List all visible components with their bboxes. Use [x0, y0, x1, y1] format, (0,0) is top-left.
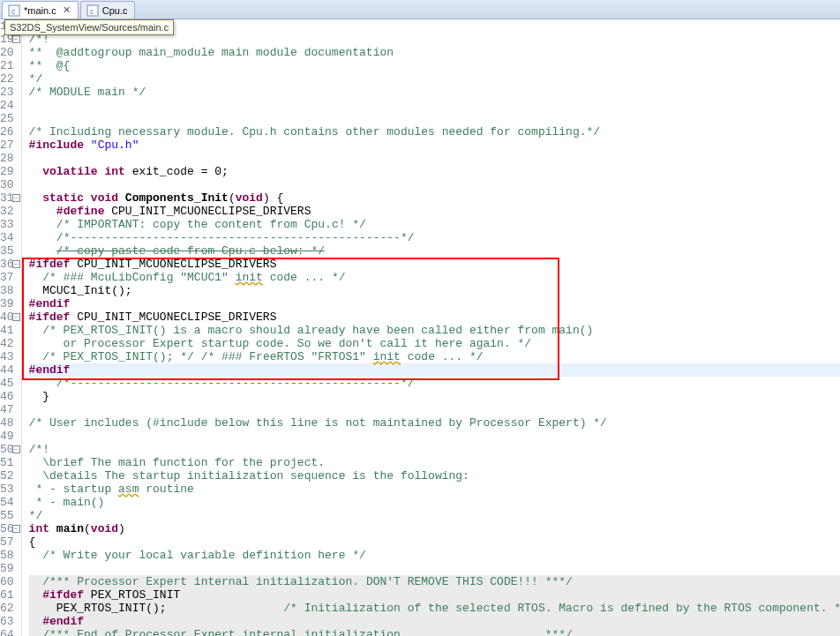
code-line[interactable]: #ifdef CPU_INIT_MCUONECLIPSE_DRIVERS [29, 311, 840, 324]
code-line[interactable]: \details The startup initialization sequ… [29, 469, 840, 483]
line-number: 37 [0, 271, 14, 284]
line-number: 32 [0, 205, 14, 218]
fold-toggle[interactable]: − [12, 445, 20, 453]
code-line[interactable]: ** @{ [29, 59, 840, 72]
code-line[interactable]: #ifdef PEX_RTOS_INIT [29, 588, 840, 602]
line-number: 62 [0, 602, 14, 615]
code-line[interactable]: PEX_RTOS_INIT(); /* Initialization of th… [29, 602, 840, 615]
code-line[interactable] [29, 99, 840, 112]
code-line[interactable]: #endif [29, 297, 840, 311]
code-line[interactable]: /* User includes (#include below this li… [29, 416, 840, 430]
code-line[interactable]: \brief The main function for the project… [29, 456, 840, 469]
line-number: 21 [0, 59, 14, 72]
code-line[interactable]: /*--------------------------------------… [29, 231, 840, 244]
code-line[interactable]: /* copy-paste code from Cpu.c below: */ [29, 244, 840, 258]
code-line[interactable]: /* IMPORTANT: copy the content from Cpu.… [29, 218, 840, 231]
line-number: 47 [0, 403, 14, 416]
fold-toggle[interactable]: − [12, 525, 20, 533]
code-line[interactable]: #endif [29, 363, 840, 377]
code-line[interactable]: /* Including necessary module. Cpu.h con… [29, 125, 840, 138]
tab-cpu-c[interactable]: c Cpu.c [80, 1, 136, 19]
code-line[interactable]: #ifdef CPU_INIT_MCUONECLIPSE_DRIVERS [29, 258, 840, 271]
line-number: 39 [0, 297, 14, 311]
code-line[interactable] [29, 562, 840, 575]
line-number: 26 [0, 125, 14, 138]
line-number-gutter: 18−19−202122232425262728293031−323334353… [0, 19, 22, 636]
line-number: 42 [0, 337, 14, 350]
file-path-tooltip: S32DS_SystemView/Sources/main.c [4, 19, 174, 35]
code-line[interactable]: */ [29, 72, 840, 86]
code-line[interactable]: /* MODULE main */ [29, 86, 840, 99]
line-number: 51 [0, 456, 14, 469]
code-line[interactable]: /* PEX_RTOS_INIT() is a macro should alr… [29, 324, 840, 337]
tab-label: *main.c [24, 5, 56, 16]
code-area[interactable]: *//*!** @addtogroup main_module main mod… [22, 19, 840, 636]
code-line[interactable] [29, 152, 840, 165]
line-number: 63 [0, 615, 14, 628]
code-line[interactable] [29, 403, 840, 416]
line-number: 40− [0, 311, 14, 324]
tab-main-c[interactable]: c *main.c ✕ [2, 1, 79, 19]
line-number: 41 [0, 324, 14, 337]
line-number: 50− [0, 443, 14, 456]
line-number: 23 [0, 86, 14, 99]
code-line[interactable]: } [29, 390, 840, 403]
line-number: 22 [0, 72, 14, 86]
code-line[interactable]: static void Components_Init(void) { [29, 191, 840, 205]
close-icon[interactable]: ✕ [63, 4, 71, 16]
line-number: 20 [0, 46, 14, 59]
fold-toggle[interactable]: − [12, 35, 20, 43]
code-line[interactable]: * - startup asm routine [29, 483, 840, 496]
code-line[interactable]: /*--------------------------------------… [29, 377, 840, 390]
line-number: 25 [0, 112, 14, 125]
line-number: 35 [0, 244, 14, 258]
code-line[interactable]: /*** Processor Expert internal initializ… [29, 575, 840, 588]
line-number: 34 [0, 231, 14, 244]
line-number: 43 [0, 350, 14, 363]
code-line[interactable] [29, 430, 840, 443]
line-number: 53 [0, 483, 14, 496]
code-line[interactable]: /*! [29, 443, 840, 456]
line-number: 57 [0, 535, 14, 549]
code-line[interactable]: #include "Cpu.h" [29, 138, 840, 152]
code-line[interactable]: * - main() [29, 496, 840, 509]
line-number: 31− [0, 191, 14, 205]
line-number: 48 [0, 416, 14, 430]
fold-toggle[interactable]: − [12, 260, 20, 268]
code-line[interactable] [29, 178, 840, 191]
line-number: 29 [0, 165, 14, 178]
code-line[interactable] [29, 112, 840, 125]
code-line[interactable]: /*** End of Processor Expert internal in… [29, 628, 840, 636]
code-line[interactable]: #endif [29, 615, 840, 628]
code-line[interactable]: #define CPU_INIT_MCUONECLIPSE_DRIVERS [29, 205, 840, 218]
line-number: 27 [0, 138, 14, 152]
line-number: 58 [0, 549, 14, 562]
line-number: 24 [0, 99, 14, 112]
line-number: 61 [0, 588, 14, 602]
line-number: 33 [0, 218, 14, 231]
code-line[interactable]: /* ### McuLibConfig "MCUC1" init code ..… [29, 271, 840, 284]
line-number: 64 [0, 628, 14, 636]
fold-toggle[interactable]: − [12, 194, 20, 202]
code-line[interactable]: volatile int exit_code = 0; [29, 165, 840, 178]
line-number: 54 [0, 496, 14, 509]
line-number: 60 [0, 575, 14, 588]
fold-toggle[interactable]: − [12, 313, 20, 321]
line-number: 38 [0, 284, 14, 297]
tab-label: Cpu.c [102, 5, 128, 16]
code-editor[interactable]: 18−19−202122232425262728293031−323334353… [0, 19, 840, 636]
code-line[interactable]: { [29, 535, 840, 549]
line-number: 28 [0, 152, 14, 165]
line-number: 49 [0, 430, 14, 443]
code-line[interactable]: int main(void) [29, 522, 840, 535]
c-file-icon: c [8, 4, 20, 17]
code-line[interactable]: ** @addtogroup main_module main module d… [29, 46, 840, 59]
svg-text:c: c [11, 7, 16, 16]
line-number: 46 [0, 390, 14, 403]
code-line[interactable]: */ [29, 509, 840, 522]
code-line[interactable]: MCUC1_Init(); [29, 284, 840, 297]
editor-tab-bar: c *main.c ✕ c Cpu.c [0, 0, 840, 19]
code-line[interactable]: /* Write your local variable definition … [29, 549, 840, 562]
code-line[interactable]: or Processor Expert startup code. So we … [29, 337, 840, 350]
code-line[interactable]: /* PEX_RTOS_INIT(); */ /* ### FreeRTOS "… [29, 350, 840, 363]
